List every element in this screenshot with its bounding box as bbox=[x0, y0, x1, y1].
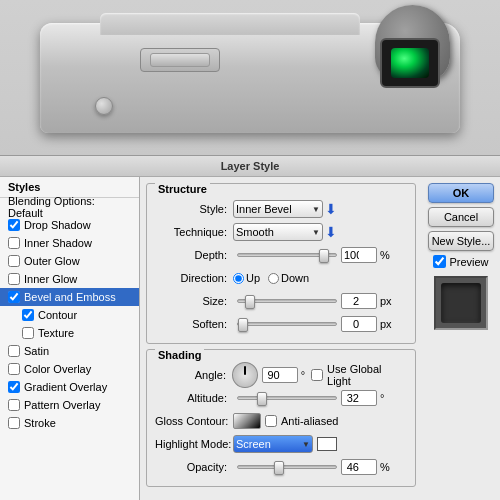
style-item-outer-glow[interactable]: Outer Glow bbox=[0, 252, 139, 270]
style-item-bevel-emboss[interactable]: Bevel and Emboss bbox=[0, 288, 139, 306]
direction-down-radio[interactable] bbox=[268, 273, 279, 284]
opacity-unit: % bbox=[380, 461, 390, 473]
depth-slider[interactable] bbox=[237, 253, 337, 257]
style-item-satin[interactable]: Satin bbox=[0, 342, 139, 360]
ok-button[interactable]: OK bbox=[428, 183, 494, 203]
technique-select-arrow-icon: ⬇ bbox=[325, 224, 337, 240]
shading-section-title: Shading bbox=[155, 349, 204, 361]
highlight-color-swatch[interactable] bbox=[317, 437, 337, 451]
cancel-button[interactable]: Cancel bbox=[428, 207, 494, 227]
altitude-slider-thumb[interactable] bbox=[257, 392, 267, 406]
pattern-overlay-checkbox[interactable] bbox=[8, 399, 20, 411]
dialog-titlebar: Layer Style bbox=[0, 155, 500, 177]
altitude-row: Altitude: ° bbox=[155, 388, 407, 408]
soften-unit: px bbox=[380, 318, 392, 330]
right-panel: OK Cancel New Style... Preview bbox=[422, 177, 500, 500]
opacity-label: Opacity: bbox=[155, 461, 227, 473]
soften-slider-thumb[interactable] bbox=[238, 318, 248, 332]
color-overlay-checkbox[interactable] bbox=[8, 363, 20, 375]
highlight-mode-select-wrapper: Screen bbox=[233, 435, 313, 453]
depth-row: Depth: % bbox=[155, 245, 407, 265]
style-item-stroke[interactable]: Stroke bbox=[0, 414, 139, 432]
anti-aliased-checkbox[interactable] bbox=[265, 415, 277, 427]
preview-inner bbox=[441, 283, 481, 323]
layer-style-dialog: Layer Style Styles Blending Options: Def… bbox=[0, 155, 500, 500]
altitude-input[interactable] bbox=[341, 390, 377, 406]
opacity-slider[interactable] bbox=[237, 465, 337, 469]
new-style-button[interactable]: New Style... bbox=[428, 231, 494, 251]
inner-glow-checkbox[interactable] bbox=[8, 273, 20, 285]
soften-row: Soften: px bbox=[155, 314, 407, 334]
drop-shadow-checkbox[interactable] bbox=[8, 219, 20, 231]
contour-label: Contour bbox=[38, 309, 77, 321]
size-input[interactable] bbox=[341, 293, 377, 309]
style-item-pattern-overlay[interactable]: Pattern Overlay bbox=[0, 396, 139, 414]
size-label: Size: bbox=[155, 295, 227, 307]
structure-section-title: Structure bbox=[155, 183, 210, 195]
altitude-slider[interactable] bbox=[237, 396, 337, 400]
soften-input[interactable] bbox=[341, 316, 377, 332]
preview-swatch bbox=[434, 276, 488, 330]
highlight-mode-select[interactable]: Screen bbox=[233, 435, 313, 453]
technique-select-wrapper: Smooth bbox=[233, 223, 323, 241]
gradient-overlay-checkbox[interactable] bbox=[8, 381, 20, 393]
gloss-contour-swatch[interactable] bbox=[233, 413, 261, 429]
direction-up-option[interactable]: Up bbox=[233, 272, 260, 284]
depth-slider-thumb[interactable] bbox=[319, 249, 329, 263]
color-overlay-label: Color Overlay bbox=[24, 363, 91, 375]
inner-glow-label: Inner Glow bbox=[24, 273, 77, 285]
outer-glow-checkbox[interactable] bbox=[8, 255, 20, 267]
gloss-contour-row: Gloss Contour: Anti-aliased bbox=[155, 411, 407, 431]
styles-panel: Styles Blending Options: Default Drop Sh… bbox=[0, 177, 140, 500]
angle-dial[interactable] bbox=[232, 362, 258, 388]
size-row: Size: px bbox=[155, 291, 407, 311]
preview-checkbox[interactable] bbox=[433, 255, 446, 268]
technique-label: Technique: bbox=[155, 226, 227, 238]
angle-unit: ° bbox=[301, 369, 305, 381]
style-row: Style: Inner Bevel ⬇ bbox=[155, 199, 407, 219]
opacity-slider-thumb[interactable] bbox=[274, 461, 284, 475]
bevel-emboss-checkbox[interactable] bbox=[8, 291, 20, 303]
soften-slider[interactable] bbox=[237, 322, 337, 326]
preview-label: Preview bbox=[449, 256, 488, 268]
direction-label: Direction: bbox=[155, 272, 227, 284]
size-slider-thumb[interactable] bbox=[245, 295, 255, 309]
style-select-wrapper: Inner Bevel bbox=[233, 200, 323, 218]
satin-checkbox[interactable] bbox=[8, 345, 20, 357]
opacity-row: Opacity: % bbox=[155, 457, 407, 477]
style-item-inner-shadow[interactable]: Inner Shadow bbox=[0, 234, 139, 252]
preview-row: Preview bbox=[428, 255, 494, 268]
opacity-input[interactable] bbox=[341, 459, 377, 475]
contour-checkbox[interactable] bbox=[22, 309, 34, 321]
camera-viewfinder bbox=[380, 38, 440, 88]
style-item-inner-glow[interactable]: Inner Glow bbox=[0, 270, 139, 288]
size-unit: px bbox=[380, 295, 392, 307]
direction-up-radio[interactable] bbox=[233, 273, 244, 284]
altitude-unit: ° bbox=[380, 392, 384, 404]
bevel-emboss-label: Bevel and Emboss bbox=[24, 291, 116, 303]
camera-shutter-button bbox=[95, 97, 113, 115]
size-slider[interactable] bbox=[237, 299, 337, 303]
satin-label: Satin bbox=[24, 345, 49, 357]
global-light-checkbox[interactable] bbox=[311, 369, 323, 381]
style-item-texture[interactable]: Texture bbox=[0, 324, 139, 342]
direction-down-label: Down bbox=[281, 272, 309, 284]
angle-input[interactable] bbox=[262, 367, 298, 383]
camera-preview bbox=[0, 0, 500, 155]
dialog-title: Layer Style bbox=[221, 160, 280, 172]
style-item-blending-options[interactable]: Blending Options: Default bbox=[0, 198, 139, 216]
soften-label: Soften: bbox=[155, 318, 227, 330]
angle-row: Angle: ° Use Global Light bbox=[155, 365, 407, 385]
texture-checkbox[interactable] bbox=[22, 327, 34, 339]
technique-select[interactable]: Smooth bbox=[233, 223, 323, 241]
anti-aliased-row: Anti-aliased bbox=[265, 415, 338, 427]
style-item-color-overlay[interactable]: Color Overlay bbox=[0, 360, 139, 378]
depth-input[interactable] bbox=[341, 247, 377, 263]
inner-shadow-checkbox[interactable] bbox=[8, 237, 20, 249]
style-select[interactable]: Inner Bevel bbox=[233, 200, 323, 218]
direction-down-option[interactable]: Down bbox=[268, 272, 309, 284]
stroke-checkbox[interactable] bbox=[8, 417, 20, 429]
shading-content: Angle: ° Use Global Light Altitude: bbox=[147, 361, 415, 486]
style-item-gradient-overlay[interactable]: Gradient Overlay bbox=[0, 378, 139, 396]
style-item-contour[interactable]: Contour bbox=[0, 306, 139, 324]
